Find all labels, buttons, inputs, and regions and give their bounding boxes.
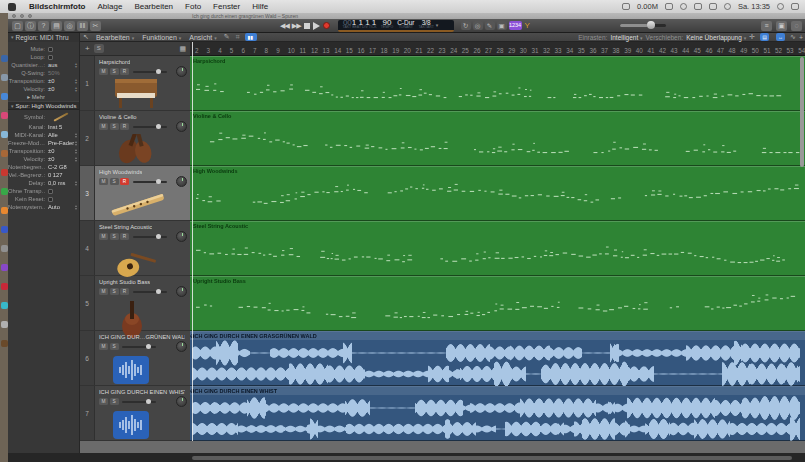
window-icon[interactable] bbox=[709, 3, 717, 10]
solo-safe-button[interactable]: S bbox=[94, 44, 104, 53]
cloud-icon[interactable] bbox=[622, 3, 630, 10]
list-icon[interactable]: ✂ bbox=[90, 21, 101, 31]
record-enable-button[interactable]: R bbox=[120, 288, 129, 295]
menubar-item-hilfe[interactable]: Hilfe bbox=[246, 2, 274, 11]
stop-button[interactable] bbox=[304, 23, 310, 29]
loops-browser-icon[interactable]: ◌ bbox=[791, 21, 802, 31]
mute-button[interactable]: M bbox=[99, 343, 108, 350]
slider-knob[interactable] bbox=[156, 69, 161, 74]
inspector-row[interactable]: Quantisier…:aus▴▾ bbox=[8, 61, 79, 69]
vertical-scrollbar[interactable] bbox=[800, 57, 804, 167]
stepper-icon[interactable]: ▴▾ bbox=[75, 204, 77, 210]
track-name[interactable]: ICH GING DUR…GRÜNEN WALD bbox=[99, 334, 185, 340]
time-machine-icon[interactable] bbox=[680, 3, 687, 10]
replace-icon[interactable]: ✎ bbox=[485, 21, 495, 30]
note-pads-icon[interactable]: ▣ bbox=[776, 21, 787, 31]
track-name[interactable]: Steel String Acoustic bbox=[99, 224, 152, 230]
record-enable-button[interactable]: R bbox=[120, 178, 129, 185]
wifi-icon[interactable] bbox=[724, 3, 731, 10]
track-header-1[interactable]: 1HarpsichordMSR bbox=[80, 56, 190, 111]
inspector-row[interactable]: Q-Swing:50% bbox=[8, 69, 79, 77]
display-icon[interactable] bbox=[665, 3, 673, 10]
inspector-row[interactable]: Loop: bbox=[8, 53, 79, 61]
zoom-icon[interactable] bbox=[28, 14, 32, 18]
dock-app-icon[interactable] bbox=[1, 169, 8, 176]
quick-help-icon[interactable]: ▢ bbox=[12, 21, 23, 31]
add-track-button[interactable]: + bbox=[85, 44, 90, 53]
inspector-row-value[interactable]: aus bbox=[48, 62, 57, 68]
region-audio[interactable]: ICH GING DURCH EINEN WHIST⊕ bbox=[190, 386, 805, 441]
solo-button[interactable]: S bbox=[110, 288, 119, 295]
slider-knob[interactable] bbox=[146, 344, 151, 349]
drag-value[interactable]: Keine Überlappung ▾ bbox=[686, 34, 746, 41]
record-enable-button[interactable]: R bbox=[120, 233, 129, 240]
mute-button[interactable]: M bbox=[99, 288, 108, 295]
dock-app-icon[interactable] bbox=[1, 264, 8, 271]
apple-menu-icon[interactable] bbox=[8, 3, 16, 11]
track-header-5[interactable]: 5Upright Studio BassMSR bbox=[80, 276, 190, 331]
track-pan-knob[interactable] bbox=[176, 176, 187, 187]
track-header-options-icon[interactable]: ▦ bbox=[179, 45, 186, 53]
mute-button[interactable]: M bbox=[99, 68, 108, 75]
metronome-icon[interactable]: Y bbox=[525, 21, 530, 30]
flute-symbol-icon[interactable] bbox=[53, 112, 68, 121]
inspector-row[interactable]: Kanal:Inst 5 bbox=[8, 123, 79, 131]
autopunch-icon[interactable]: ◎ bbox=[473, 21, 483, 30]
inspector-row-value[interactable]: 0,0 ms bbox=[48, 180, 65, 186]
track-volume-slider[interactable] bbox=[133, 291, 167, 293]
dock-app-icon[interactable] bbox=[1, 302, 8, 309]
region-midi[interactable]: Harpsichord bbox=[190, 56, 805, 111]
track-volume-slider[interactable] bbox=[133, 236, 167, 238]
inspector-row[interactable]: Notensystem…Auto▴▾ bbox=[8, 203, 79, 211]
menubar-item-foto[interactable]: Foto bbox=[179, 2, 207, 11]
master-volume-slider[interactable] bbox=[620, 24, 666, 27]
region-midi[interactable]: Upright Studio Bass bbox=[190, 276, 805, 331]
cycle-icon[interactable]: ↻ bbox=[461, 21, 471, 30]
inspector-row-value[interactable]: 50% bbox=[48, 70, 60, 76]
stepper-icon[interactable]: ▴▾ bbox=[75, 62, 77, 68]
solo-button[interactable]: S bbox=[110, 123, 119, 130]
track-header-7[interactable]: 7ICH GING DURCH EINEN WHISTMS bbox=[80, 386, 190, 441]
inspector-row[interactable]: Velocity:±0▴▾ bbox=[8, 155, 79, 163]
menu-funktionen[interactable]: Funktionen ▾ bbox=[142, 34, 181, 41]
track-header-6[interactable]: 6ICH GING DUR…GRÜNEN WALDMS bbox=[80, 331, 190, 386]
solo-button[interactable]: S bbox=[110, 68, 119, 75]
flex-icon[interactable]: ✛ bbox=[749, 33, 755, 41]
track-header-3[interactable]: 3High WoodwindsMSR bbox=[80, 166, 190, 221]
waveform-zoom-icon[interactable]: ∿ bbox=[790, 33, 796, 41]
bar-ruler[interactable]: 2345678910111213141516171819202122232425… bbox=[190, 42, 805, 56]
record-enable-button[interactable]: R bbox=[120, 68, 129, 75]
record-button[interactable] bbox=[323, 22, 330, 29]
lcd-display[interactable]: 001 1 1 1 TAKT BEAT DIV TICK 90 TEMPO C-… bbox=[338, 20, 454, 32]
control-center-icon[interactable] bbox=[791, 3, 799, 10]
region-midi[interactable]: High Woodwinds bbox=[190, 166, 805, 221]
track-inspector-header[interactable]: ▾ Spur: High Woodwinds bbox=[8, 101, 79, 110]
stepper-icon[interactable]: ▴▾ bbox=[75, 132, 77, 138]
inspector-row-value[interactable]: Inst 5 bbox=[48, 124, 62, 130]
mute-button[interactable]: M bbox=[99, 123, 108, 130]
track-header-4[interactable]: 4Steel String AcousticMSR bbox=[80, 221, 190, 276]
inspector-row[interactable]: Freeze-Mod…:Pre-Fader▴▾ bbox=[8, 139, 79, 147]
dock-app-icon[interactable] bbox=[1, 245, 8, 252]
inspector-row-value[interactable]: ±0 bbox=[48, 86, 54, 92]
minimize-icon[interactable] bbox=[20, 14, 24, 18]
horizontal-scrollbar[interactable] bbox=[192, 456, 792, 460]
mute-button[interactable]: M bbox=[99, 233, 108, 240]
dock-app-icon[interactable] bbox=[1, 283, 8, 290]
menu-bearbeiten[interactable]: Bearbeiten ▾ bbox=[96, 34, 134, 41]
play-button[interactable] bbox=[313, 22, 320, 30]
mute-button[interactable]: M bbox=[99, 178, 108, 185]
search-icon[interactable] bbox=[777, 3, 784, 10]
track-pan-knob[interactable] bbox=[176, 286, 187, 297]
track-pan-knob[interactable] bbox=[176, 121, 187, 132]
catch-playhead-button[interactable]: ▮▮ bbox=[245, 33, 257, 41]
inspector-row[interactable]: MIDI-Kanal:Alle▴▾ bbox=[8, 131, 79, 139]
inspector-row-value[interactable]: ±0 bbox=[48, 148, 54, 154]
mute-button[interactable]: M bbox=[99, 398, 108, 405]
inspector-row[interactable]: Symbol: bbox=[8, 110, 79, 123]
stepper-icon[interactable]: ▴▾ bbox=[75, 148, 77, 154]
stepper-icon[interactable]: ▴▾ bbox=[75, 78, 77, 84]
inspector-row[interactable]: Notenbegren…:C-2 G8 bbox=[8, 163, 79, 171]
inspector-row[interactable]: ▸ Mehr bbox=[8, 93, 79, 101]
inspector-row[interactable]: Kein Reset: bbox=[8, 195, 79, 203]
